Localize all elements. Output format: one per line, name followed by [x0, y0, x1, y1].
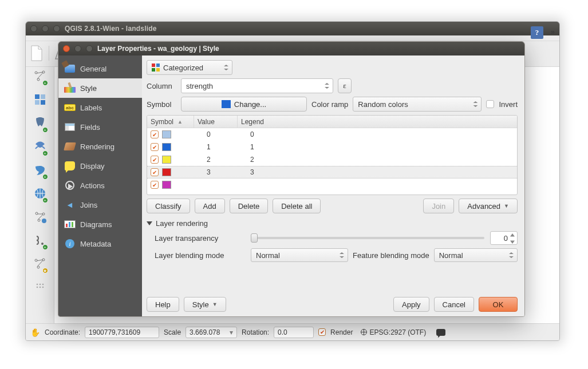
- color-swatch[interactable]: [162, 143, 171, 151]
- cancel-button[interactable]: Cancel: [434, 297, 474, 312]
- transparency-spinbox[interactable]: 0: [490, 231, 518, 245]
- row-value[interactable]: 0: [194, 130, 238, 138]
- color-swatch[interactable]: [162, 130, 171, 138]
- row-legend[interactable]: 0: [238, 130, 517, 138]
- invert-label: Invert: [499, 100, 518, 109]
- row-value[interactable]: 1: [194, 143, 238, 151]
- layer-properties-dialog: Layer Properties - wa_geology | Style Ge…: [58, 41, 525, 317]
- messages-icon[interactable]: [436, 329, 445, 336]
- dialog-sidebar: General Style abcLabels Fields Rendering…: [58, 55, 142, 316]
- row-checkbox[interactable]: ✔: [151, 168, 159, 176]
- sidebar-item-style[interactable]: Style: [58, 78, 142, 98]
- abc-icon: abc: [64, 104, 76, 111]
- add-button[interactable]: Add: [195, 199, 225, 213]
- expression-button[interactable]: ε: [338, 78, 352, 93]
- coordinate-field[interactable]: 1900779,731609: [85, 327, 159, 338]
- add-raster-layer-icon[interactable]: [33, 93, 47, 108]
- categories-table[interactable]: Symbol▲ Value Legend ✔00✔11✔22✔33✔: [147, 115, 518, 195]
- sort-asc-icon: ▲: [177, 119, 183, 125]
- apply-button[interactable]: Apply: [393, 297, 429, 312]
- column-select[interactable]: strength: [181, 78, 333, 93]
- status-bar: ✋ Coordinate: 1900779,731609 Scale 3.669…: [26, 323, 559, 340]
- column-label: Column: [147, 82, 176, 90]
- dialog-minimize-icon[interactable]: [74, 45, 81, 52]
- layer-rendering-group[interactable]: Layer rendering: [147, 219, 518, 228]
- slider-thumb[interactable]: [251, 233, 258, 243]
- main-window-titlebar[interactable]: QGIS 2.8.1-Wien - landslide: [26, 22, 559, 35]
- new-vector-layer-icon[interactable]: ★: [33, 257, 47, 272]
- add-vector-layer-icon[interactable]: +: [33, 69, 47, 85]
- row-checkbox[interactable]: ✔: [151, 143, 159, 151]
- window-maximize-icon[interactable]: [53, 25, 60, 32]
- dialog-close-icon[interactable]: [63, 45, 70, 52]
- row-legend[interactable]: 2: [238, 156, 517, 164]
- help-button[interactable]: ?: [531, 26, 543, 39]
- delete-all-button[interactable]: Delete all: [273, 199, 321, 213]
- crs-button[interactable]: EPSG:2927 (OTF): [361, 328, 426, 336]
- add-postgis-layer-icon[interactable]: +: [33, 116, 47, 132]
- table-row[interactable]: ✔22: [147, 153, 517, 166]
- header-legend[interactable]: Legend: [238, 116, 517, 128]
- change-symbol-button[interactable]: Change...: [181, 97, 307, 112]
- transparency-slider[interactable]: [251, 237, 484, 239]
- help-button[interactable]: Help: [147, 297, 179, 312]
- sidebar-item-general[interactable]: General: [58, 59, 142, 78]
- add-spatialite-layer-icon[interactable]: +: [33, 140, 47, 155]
- add-wms-layer-icon[interactable]: +: [33, 187, 47, 202]
- render-checkbox[interactable]: ✔: [318, 328, 326, 336]
- sidebar-item-label: Joins: [80, 201, 97, 209]
- wrench-icon: [65, 65, 75, 73]
- table-row[interactable]: ✔11: [147, 141, 517, 153]
- scale-field[interactable]: 3.669.078▾: [186, 327, 237, 338]
- header-value[interactable]: Value: [194, 116, 238, 128]
- row-checkbox[interactable]: ✔: [151, 130, 159, 138]
- dialog-titlebar[interactable]: Layer Properties - wa_geology | Style: [58, 42, 524, 55]
- color-swatch[interactable]: [162, 168, 171, 176]
- color-swatch[interactable]: [162, 156, 171, 164]
- add-mssql-layer-icon[interactable]: +: [33, 163, 47, 178]
- row-legend[interactable]: 3: [238, 168, 517, 176]
- brush-icon: [64, 142, 76, 150]
- sidebar-item-metadata[interactable]: iMetadata: [58, 234, 142, 253]
- window-close-icon[interactable]: [30, 25, 37, 32]
- classify-button[interactable]: Classify: [147, 199, 190, 213]
- table-row[interactable]: ✔: [147, 178, 517, 191]
- sidebar-item-diagrams[interactable]: Diagrams: [58, 215, 142, 234]
- row-legend[interactable]: 1: [238, 143, 517, 151]
- row-value[interactable]: 3: [194, 168, 238, 176]
- delete-button[interactable]: Delete: [230, 199, 269, 213]
- row-checkbox[interactable]: ✔: [151, 181, 159, 189]
- join-button: Join: [423, 199, 454, 213]
- ok-button[interactable]: OK: [479, 297, 518, 312]
- sidebar-item-labels[interactable]: abcLabels: [58, 98, 142, 117]
- sidebar-item-rendering[interactable]: Rendering: [58, 137, 142, 156]
- row-checkbox[interactable]: ✔: [151, 156, 159, 164]
- feature-blend-select[interactable]: Normal: [434, 248, 518, 262]
- layer-blend-select[interactable]: Normal: [251, 248, 348, 262]
- table-header[interactable]: Symbol▲ Value Legend: [147, 116, 517, 128]
- color-swatch[interactable]: [162, 181, 171, 189]
- new-project-icon[interactable]: [29, 46, 44, 61]
- advanced-button[interactable]: Advanced▼: [459, 199, 518, 213]
- window-minimize-icon[interactable]: [42, 25, 49, 32]
- add-wfs-layer-icon[interactable]: [33, 210, 47, 225]
- table-row[interactable]: ✔33: [147, 166, 517, 178]
- toolbar-overflow-icon[interactable]: »: [551, 27, 555, 36]
- header-symbol[interactable]: Symbol▲: [147, 116, 194, 128]
- colorramp-select[interactable]: Random colors: [353, 97, 482, 112]
- sidebar-item-fields[interactable]: Fields: [58, 117, 142, 137]
- style-menu-button[interactable]: Style▼: [184, 297, 226, 312]
- renderer-type-select[interactable]: Categorized: [147, 60, 232, 75]
- toolbar-handle-icon[interactable]: [33, 280, 47, 296]
- table-row[interactable]: ✔00: [147, 128, 517, 141]
- sidebar-item-actions[interactable]: Actions: [58, 176, 142, 195]
- row-value[interactable]: 2: [194, 156, 238, 164]
- rotation-field[interactable]: 0.0: [274, 327, 314, 338]
- invert-checkbox[interactable]: [486, 100, 494, 108]
- dialog-maximize-icon[interactable]: [86, 45, 93, 52]
- toggle-extents-icon[interactable]: ✋: [30, 328, 40, 337]
- add-delimited-text-icon[interactable]: +: [33, 233, 47, 249]
- main-menubar[interactable]: [26, 35, 559, 41]
- sidebar-item-display[interactable]: Display: [58, 156, 142, 176]
- sidebar-item-joins[interactable]: ◄Joins: [58, 195, 142, 215]
